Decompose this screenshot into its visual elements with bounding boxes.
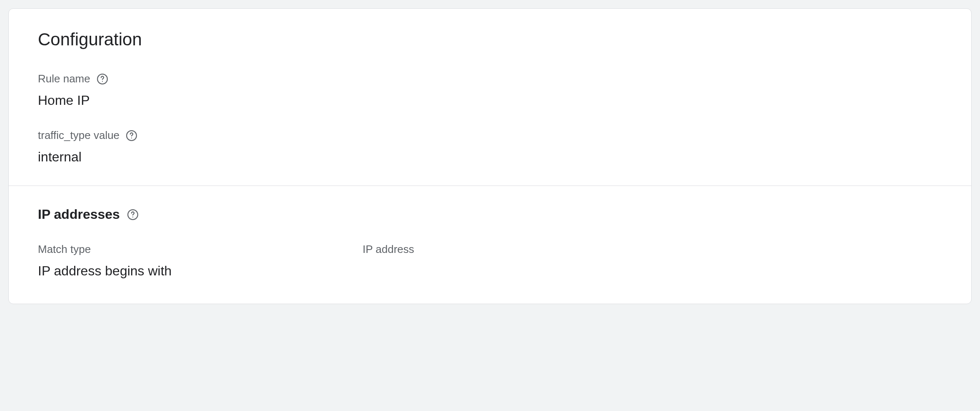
- help-icon[interactable]: [125, 129, 138, 142]
- match-type-label: Match type: [38, 243, 338, 256]
- ip-addresses-heading-row: IP addresses: [38, 207, 942, 222]
- svg-point-3: [131, 137, 132, 138]
- help-icon[interactable]: [96, 73, 109, 85]
- rule-name-value: Home IP: [38, 93, 942, 108]
- configuration-card: Configuration Rule name Home IP traffic_…: [8, 8, 972, 304]
- rule-name-label-row: Rule name: [38, 72, 942, 85]
- card-title: Configuration: [38, 30, 942, 50]
- ip-columns: Match type IP address begins with IP add…: [38, 243, 942, 279]
- ip-address-label: IP address: [363, 243, 662, 256]
- traffic-type-field: traffic_type value internal: [38, 129, 942, 165]
- ip-addresses-heading: IP addresses: [38, 207, 120, 222]
- help-icon[interactable]: [127, 208, 139, 221]
- svg-point-1: [102, 81, 103, 82]
- traffic-type-label-row: traffic_type value: [38, 129, 942, 142]
- rule-name-label: Rule name: [38, 72, 90, 85]
- match-type-value: IP address begins with: [38, 263, 338, 279]
- svg-point-5: [132, 216, 133, 217]
- section-divider: [9, 186, 971, 186]
- match-type-column: Match type IP address begins with: [38, 243, 338, 279]
- rule-name-field: Rule name Home IP: [38, 72, 942, 108]
- ip-address-column: IP address: [363, 243, 662, 279]
- traffic-type-value: internal: [38, 149, 942, 165]
- traffic-type-label: traffic_type value: [38, 129, 119, 142]
